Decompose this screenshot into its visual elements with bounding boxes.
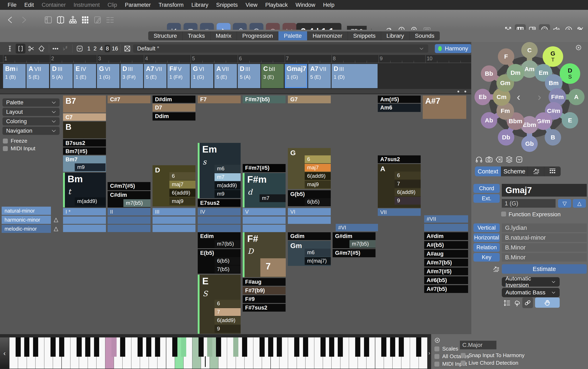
chord-block-c-11[interactable]: C bII3 (E) xyxy=(261,64,284,88)
key-circle-eb[interactable]: Eb xyxy=(474,89,491,105)
palette-sub-6[interactable]: 6 xyxy=(305,155,331,163)
tab-structure[interactable]: Structure xyxy=(148,31,182,40)
tab-grid-rows[interactable] xyxy=(544,167,561,176)
degree-strip[interactable] xyxy=(243,217,286,224)
black-key[interactable] xyxy=(320,338,326,357)
circle-next-button[interactable]: › xyxy=(538,92,541,102)
palette-chord-D7[interactable]: D7 xyxy=(153,104,195,111)
degree-header-II[interactable]: II xyxy=(108,208,150,215)
menu-clip[interactable]: Clip xyxy=(104,0,121,10)
degree-strip[interactable] xyxy=(108,225,150,232)
wrap-pencil-icon[interactable] xyxy=(93,15,102,25)
wrap-layers-icon[interactable] xyxy=(505,155,514,165)
wrap-notebook-icon[interactable] xyxy=(56,15,65,25)
degree-strip[interactable] xyxy=(243,225,286,232)
dropdown-automatic-bass[interactable]: Automatic Bass xyxy=(502,288,560,297)
row-label-relation[interactable]: Relation xyxy=(473,243,500,252)
black-key[interactable] xyxy=(59,338,64,357)
palette-chord-B7sus2[interactable]: B7sus2 xyxy=(63,139,106,147)
timeline-scrollbar[interactable] xyxy=(0,89,471,93)
chord-block-d-14[interactable]: D III1 (D) xyxy=(332,64,378,88)
row-value-horizontal[interactable]: B.natural-minor xyxy=(502,233,587,242)
key-circle-e[interactable]: E xyxy=(562,112,578,129)
row-label-horizontal[interactable]: Horizontal xyxy=(473,233,500,242)
piano-scroll-left[interactable]: ‹ xyxy=(0,338,9,369)
key-circle-g[interactable]: GT xyxy=(543,46,563,67)
palette-sub-maj9[interactable]: maj9 xyxy=(305,181,331,188)
scale-up-arrow[interactable]: △ xyxy=(54,216,58,223)
degree-strip[interactable] xyxy=(198,225,241,232)
division-8[interactable]: 8 xyxy=(105,45,110,52)
degree-header-IV[interactable]: IV xyxy=(198,208,241,215)
menu-library[interactable]: Library xyxy=(188,0,212,10)
tab-scatter[interactable] xyxy=(528,167,544,176)
palette-chord-Aaug[interactable]: A#aug xyxy=(424,250,468,258)
chord-block-d-5[interactable]: D III3 (F#) xyxy=(121,64,143,88)
degree-header-VI[interactable]: #VI xyxy=(336,224,378,231)
degree-header-V[interactable]: V xyxy=(243,208,286,215)
palette-sub-7b5[interactable]: 7(b5) xyxy=(215,266,241,273)
black-key[interactable] xyxy=(260,338,265,357)
black-key[interactable] xyxy=(242,338,247,357)
palette-sub-maj7[interactable]: maj7 xyxy=(169,181,195,188)
palette-sub-9[interactable]: 9 xyxy=(395,197,421,205)
degree-header-VII[interactable]: #VII xyxy=(424,215,468,223)
wrap-camera-icon[interactable] xyxy=(485,155,493,165)
menu-window[interactable]: Window xyxy=(292,0,319,10)
degree-header-VII[interactable]: VII xyxy=(378,209,421,216)
palette-chord-C7[interactable]: C7 xyxy=(63,113,106,121)
degree-strip[interactable] xyxy=(63,225,106,232)
dropdown-automatic-inversion[interactable]: Automatic Inversion xyxy=(502,277,560,287)
menu-help[interactable]: Help xyxy=(319,0,338,10)
chord-block-d-2[interactable]: D III5 (A) xyxy=(50,64,73,88)
black-key[interactable] xyxy=(233,338,238,357)
degree-strip[interactable] xyxy=(288,217,331,224)
palette-chord-Fm75[interactable]: F#m7(#5) xyxy=(243,164,286,172)
black-key[interactable] xyxy=(33,338,38,357)
palette-chord-Gdim[interactable]: Gdim xyxy=(288,232,331,240)
black-key[interactable] xyxy=(355,338,360,357)
chord-name-field[interactable]: Gmaj7 xyxy=(502,184,587,197)
tab-snippets[interactable]: Snippets xyxy=(348,31,381,40)
palette-sub-m9[interactable]: m9 xyxy=(215,190,241,198)
wrap-scatter-icon[interactable] xyxy=(492,265,500,274)
palette-chord-Gm75[interactable]: G#m7(#5) xyxy=(333,249,376,257)
row-value-vertical[interactable]: G.lydian xyxy=(502,223,587,232)
degree-header-III[interactable]: III xyxy=(153,208,195,215)
link-toggle[interactable] xyxy=(522,298,533,308)
palette-sub-6b5[interactable]: 6(b5) xyxy=(215,257,241,265)
black-key[interactable] xyxy=(120,338,125,357)
black-key[interactable] xyxy=(94,338,99,357)
degree-strip[interactable] xyxy=(63,217,106,224)
tab-progression[interactable]: Progression xyxy=(237,31,278,40)
palette-chord-F9[interactable]: F#9 xyxy=(243,295,286,303)
tab-scheme[interactable]: Scheme xyxy=(501,167,528,176)
key-circle-d[interactable]: DS xyxy=(560,63,580,84)
row-value-relation[interactable]: B.Minor xyxy=(502,243,587,252)
wrap-dots-icon[interactable] xyxy=(51,44,60,53)
wrap-close-icon[interactable] xyxy=(575,44,582,52)
palette-sub-m9[interactable]: m9 xyxy=(75,163,105,171)
chord-block-a7-6[interactable]: A7 VII5 (E) xyxy=(144,64,167,88)
wrap-accidentals-icon[interactable]: ♭♯ xyxy=(61,44,69,53)
palette-chord-Adim[interactable]: A#dim xyxy=(424,232,468,240)
wrap-list-icon[interactable] xyxy=(105,15,115,25)
palette-sub-m7b5[interactable]: m7(b5) xyxy=(349,240,376,248)
palette-chord-G7[interactable]: G7 xyxy=(288,96,331,103)
key-circle-gb[interactable]: Gb xyxy=(521,136,538,152)
menu-snippets[interactable]: Snippets xyxy=(212,0,242,10)
chord-block-a-9[interactable]: A VII5 (E) xyxy=(214,64,237,88)
black-key[interactable] xyxy=(329,338,334,357)
black-key[interactable] xyxy=(155,338,160,357)
estimate-button[interactable]: Estimate xyxy=(502,264,587,274)
black-key[interactable] xyxy=(85,338,90,357)
palette-chord-Faug[interactable]: F#aug xyxy=(243,278,286,286)
degree-strip[interactable] xyxy=(153,225,195,232)
degree-strip[interactable] xyxy=(424,224,468,231)
tab-library[interactable]: Library xyxy=(381,31,410,40)
palette-sub-mmaj7[interactable]: m(maj7) xyxy=(305,257,331,265)
key-circle-ab[interactable]: Ab xyxy=(481,112,497,129)
palette-sub-m7b5[interactable]: m7(b5) xyxy=(215,240,241,248)
palette-sub-maj7[interactable]: maj7 xyxy=(305,164,331,172)
palette-sub-m7[interactable]: m7 xyxy=(260,194,286,202)
